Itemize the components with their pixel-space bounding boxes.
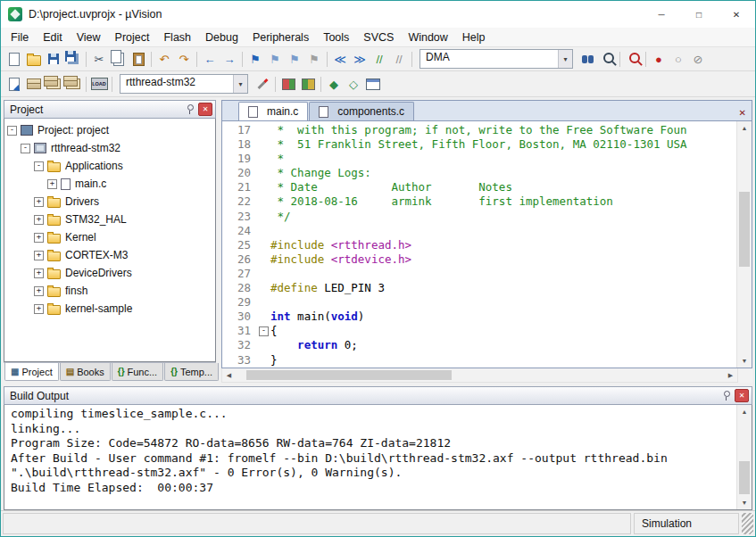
redo-icon[interactable]: ↷ — [174, 49, 194, 69]
build-output-vscrollbar[interactable]: ▲ ▼ — [736, 405, 752, 509]
menu-project[interactable]: Project — [108, 29, 157, 45]
pack-installer-icon[interactable]: ◇ — [344, 74, 363, 94]
tree-expander[interactable]: + — [34, 197, 44, 207]
menu-help[interactable]: Help — [455, 29, 493, 45]
tree-item-rtthread-stm32[interactable]: -rtthread-stm32 — [4, 139, 215, 157]
tree-expander[interactable]: - — [21, 144, 30, 153]
scroll-right-icon[interactable]: ▶ — [724, 372, 737, 379]
chevron-down-icon[interactable]: ▾ — [233, 75, 247, 93]
navigate-back-icon[interactable]: ← — [200, 49, 220, 69]
navigate-forward-icon[interactable]: → — [220, 49, 239, 69]
comment-icon[interactable]: // — [370, 49, 389, 69]
tree-expander[interactable]: + — [34, 286, 44, 296]
tree-item-cortex-m3[interactable]: +CORTEX-M3 — [4, 246, 215, 264]
file-extensions-icon[interactable] — [298, 74, 318, 94]
tree-item-kernel-sample[interactable]: +kernel-sample — [4, 300, 215, 318]
editor-vscrollbar[interactable]: ▲ ▼ — [736, 121, 752, 368]
debug-windows-icon[interactable] — [363, 74, 383, 94]
tree-item-devicedrivers[interactable]: +DeviceDrivers — [4, 264, 215, 282]
tree-expander[interactable]: + — [34, 215, 44, 225]
pin-icon[interactable] — [186, 104, 194, 114]
fold-marker-icon[interactable]: - — [259, 326, 269, 336]
panel-tab-project[interactable]: ▦Project — [4, 363, 59, 381]
build-vscroll-track[interactable] — [737, 418, 752, 496]
options-for-target-icon[interactable] — [253, 74, 272, 94]
tree-item-project-project[interactable]: -Project: project — [4, 121, 215, 139]
editor-hscroll-thumb[interactable] — [246, 370, 452, 380]
tree-item-finsh[interactable]: +finsh — [4, 282, 215, 300]
kill-all-breakpoints-icon[interactable]: ⊘ — [688, 49, 708, 69]
menu-edit[interactable]: Edit — [36, 29, 70, 45]
indent-icon[interactable]: ≫ — [350, 49, 370, 69]
search-combo[interactable]: DMA ▾ — [420, 49, 573, 69]
editor-hscroll-track[interactable] — [236, 368, 724, 382]
editor-vscroll-thumb[interactable] — [739, 192, 750, 267]
tree-item-drivers[interactable]: +Drivers — [4, 193, 215, 211]
scroll-down-icon[interactable]: ▼ — [737, 496, 752, 509]
paste-icon[interactable] — [129, 49, 148, 69]
resize-grip[interactable] — [742, 513, 753, 534]
menu-view[interactable]: View — [70, 29, 108, 45]
menu-peripherals[interactable]: Peripherals — [245, 29, 316, 45]
save-all-icon[interactable] — [63, 49, 83, 69]
tree-expander[interactable]: - — [34, 161, 44, 171]
bookmark-next-icon[interactable]: ⚑ — [285, 49, 304, 69]
tree-expander[interactable]: - — [7, 126, 17, 136]
tree-expander[interactable]: + — [34, 251, 44, 260]
new-file-icon[interactable] — [4, 49, 24, 69]
cut-icon[interactable]: ✂ — [89, 49, 109, 69]
menu-debug[interactable]: Debug — [198, 29, 245, 45]
menu-tools[interactable]: Tools — [316, 29, 356, 45]
build-icon[interactable] — [24, 74, 44, 94]
project-panel-close-icon[interactable]: ✕ — [198, 103, 212, 116]
build-vscroll-thumb[interactable] — [739, 461, 750, 494]
manage-run-time-environment-icon[interactable]: ◆ — [324, 74, 344, 94]
copy-icon[interactable] — [109, 49, 129, 69]
uncomment-icon[interactable]: // — [389, 49, 409, 69]
scroll-down-icon[interactable]: ▼ — [737, 354, 752, 368]
bookmark-clear-all-icon[interactable]: ⚑ — [304, 49, 324, 69]
scroll-left-icon[interactable]: ◀ — [222, 372, 236, 379]
close-button[interactable]: ✕ — [718, 1, 755, 28]
menu-window[interactable]: Window — [401, 29, 454, 45]
tree-expander[interactable]: + — [47, 179, 57, 189]
tree-expander[interactable]: + — [34, 304, 44, 314]
menu-flash[interactable]: Flash — [156, 29, 198, 45]
menu-svcs[interactable]: SVCS — [356, 29, 401, 45]
build-output-close-icon[interactable]: ✕ — [735, 389, 749, 402]
tree-item-applications[interactable]: -Applications — [4, 157, 215, 175]
scroll-up-icon[interactable]: ▲ — [737, 405, 752, 418]
undo-icon[interactable]: ↶ — [154, 49, 174, 69]
lookup-icon[interactable] — [623, 49, 643, 69]
chevron-down-icon[interactable]: ▾ — [558, 50, 572, 68]
tree-item-stm32-hal[interactable]: +STM32_HAL — [4, 211, 215, 228]
maximize-button[interactable]: □ — [680, 1, 718, 28]
panel-tab-func[interactable]: {}Func... — [112, 363, 163, 381]
download-icon[interactable]: LOAD — [89, 74, 109, 94]
panel-tab-books[interactable]: ▤Books — [60, 363, 111, 381]
tree-expander[interactable]: + — [34, 268, 44, 278]
panel-tab-temp[interactable]: {}Temp... — [164, 363, 219, 381]
batch-build-icon[interactable] — [63, 74, 83, 94]
manage-project-items-icon[interactable] — [278, 74, 298, 94]
tree-expander[interactable]: + — [34, 233, 44, 243]
open-file-icon[interactable] — [24, 49, 44, 69]
bookmark-prev-icon[interactable]: ⚑ — [265, 49, 285, 69]
disable-breakpoint-icon[interactable]: ○ — [669, 49, 688, 69]
editor-close-icon[interactable]: ✕ — [739, 108, 752, 120]
find-in-files-icon[interactable] — [577, 49, 597, 69]
tree-item-main-c[interactable]: +main.c — [4, 175, 215, 193]
outdent-icon[interactable]: ≪ — [330, 49, 350, 69]
find-icon[interactable] — [597, 49, 617, 69]
code-area[interactable]: 17 * with this program; if not, write to… — [222, 121, 736, 368]
save-icon[interactable] — [44, 49, 63, 69]
editor-vscroll-track[interactable] — [737, 135, 752, 354]
rebuild-icon[interactable] — [44, 74, 63, 94]
editor-tab-main-c[interactable]: main.c — [238, 102, 308, 120]
scroll-up-icon[interactable]: ▲ — [737, 121, 752, 135]
tree-item-kernel[interactable]: +Kernel — [4, 228, 215, 246]
target-combo[interactable]: rtthread-stm32 ▾ — [120, 74, 248, 94]
editor-hscrollbar[interactable]: ◀ ▶ — [221, 368, 738, 383]
translate-file-icon[interactable] — [4, 74, 24, 94]
bookmark-toggle-icon[interactable]: ⚑ — [245, 49, 265, 69]
